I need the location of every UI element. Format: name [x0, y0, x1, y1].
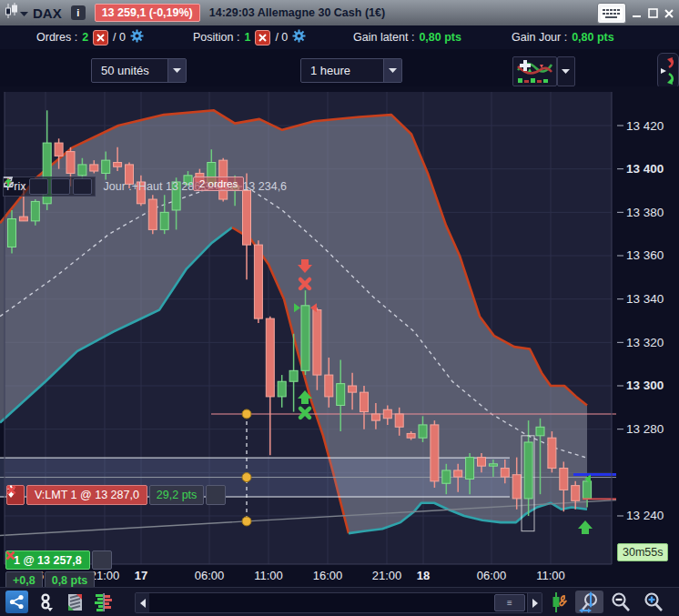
- chart-type-chevron-down-icon[interactable]: [557, 56, 575, 86]
- candle: [395, 414, 403, 427]
- timeframe-chevron-down-icon[interactable]: [383, 59, 401, 82]
- time-axis-label: 06:00: [195, 569, 225, 582]
- position-settings-gear-icon[interactable]: [292, 29, 306, 45]
- candle: [572, 486, 580, 501]
- buy-arrow-icon[interactable]: [73, 178, 92, 195]
- chart-settings-icon[interactable]: [547, 591, 570, 613]
- time-axis-label: 11:00: [254, 569, 283, 582]
- swap-direction-button[interactable]: [657, 53, 679, 89]
- units-value: 50 unités: [92, 64, 167, 77]
- zoom-box-icon[interactable]: [575, 591, 603, 613]
- gain-jour-value: 0,80 pts: [572, 31, 614, 44]
- price-axis-label: 13 240: [626, 509, 664, 522]
- link-tool-icon[interactable]: [35, 591, 57, 613]
- order-drag-handle[interactable]: [242, 473, 251, 482]
- candlestick-logo-icon: [5, 3, 19, 23]
- candle: [407, 433, 415, 438]
- timeframe-select[interactable]: 1 heure: [300, 58, 402, 83]
- symbol-dropdown-icon[interactable]: [19, 5, 29, 21]
- keyboard-icon[interactable]: [597, 3, 626, 24]
- close-button[interactable]: [663, 5, 675, 22]
- orders-zero: / 0: [113, 31, 126, 44]
- candle: [360, 392, 369, 411]
- candle: [478, 458, 486, 467]
- minimize-button[interactable]: [630, 5, 643, 22]
- scrollbar-track[interactable]: ≡: [149, 593, 527, 612]
- units-chevron-down-icon[interactable]: [167, 59, 186, 82]
- price-axis-label: 13 320: [626, 336, 664, 349]
- chart-type-button[interactable]: [512, 56, 557, 86]
- chart-type-icon: [516, 59, 553, 84]
- price-axis-label: 13 360: [626, 248, 664, 262]
- scroll-right-icon[interactable]: [527, 593, 542, 612]
- candle: [466, 458, 474, 480]
- trading-window: DAX i 13 259,1 (-0,19%) 14:29:03 Allemag…: [0, 0, 679, 616]
- position-label: Position :: [193, 31, 239, 44]
- scrollbar-handle[interactable]: ≡: [494, 594, 525, 611]
- bottom-toolbar: ≡: [0, 587, 679, 616]
- price-panel-header: Prix: [3, 177, 96, 197]
- sell-arrow-icon[interactable]: [51, 178, 70, 195]
- info-button[interactable]: i: [71, 5, 86, 20]
- candle: [266, 318, 274, 397]
- candle: [419, 425, 427, 438]
- position-label-badge[interactable]: 1 @ 13 257,8: [5, 550, 90, 570]
- gain-latent-value: 0,80 pts: [419, 31, 461, 44]
- order-book-icon[interactable]: [92, 591, 115, 613]
- candle: [278, 381, 286, 397]
- units-select[interactable]: 50 unités: [91, 58, 187, 83]
- position-zero: / 0: [275, 31, 288, 44]
- limit-order-label[interactable]: V:LMT 1 @ 13 287,0: [26, 485, 147, 505]
- timeframe-value: 1 heure: [301, 64, 383, 77]
- orders-settings-gear-icon[interactable]: [130, 29, 144, 45]
- time-axis-label: 06:00: [477, 569, 507, 582]
- price-axis-label: 13 420: [626, 119, 664, 133]
- price-axis-label: 13 400: [626, 162, 664, 176]
- chart-toolbar: 50 unités 1 heure: [0, 49, 679, 86]
- report-icon[interactable]: [64, 591, 86, 613]
- cancel-orders-icon[interactable]: [93, 30, 108, 45]
- session-info: 14:29:03 Allemagne 30 Cash (1€): [209, 6, 385, 19]
- price-axis-label: 13 340: [626, 292, 664, 306]
- candle: [583, 481, 592, 499]
- chart-canvas[interactable]: 13 42013 40013 38013 36013 34013 32013 3…: [0, 86, 679, 587]
- maximize-button[interactable]: [646, 5, 659, 22]
- candle: [442, 470, 451, 483]
- candle: [66, 152, 75, 174]
- price-badge: 13 259,1 (-0,19%): [95, 4, 200, 22]
- zoom-in-icon[interactable]: [642, 591, 664, 613]
- candle: [536, 427, 544, 436]
- position-row[interactable]: 1 @ 13 257,8: [5, 550, 112, 570]
- candle: [254, 245, 262, 318]
- candle: [313, 310, 321, 375]
- price-axis-label: 13 380: [626, 206, 664, 219]
- title-bar: DAX i 13 259,1 (-0,19%) 14:29:03 Allemag…: [0, 0, 679, 25]
- gain-latent-label: Gain latent :: [353, 31, 414, 44]
- candle: [19, 217, 27, 221]
- share-icon[interactable]: [5, 591, 28, 613]
- candle: [524, 442, 532, 499]
- scroll-left-icon[interactable]: [136, 593, 149, 612]
- time-scrollbar[interactable]: ≡: [135, 592, 542, 613]
- zoom-out-icon[interactable]: [609, 591, 632, 613]
- orders-count-badge[interactable]: 2 ordres: [193, 177, 244, 191]
- orders-status-bar: Ordres : 2 / 0 Position : 1 / 0 Gain lat…: [0, 25, 679, 49]
- candle: [383, 409, 391, 419]
- candle-countdown: 30m55s: [617, 543, 668, 561]
- cancel-limit-icon[interactable]: [206, 485, 226, 505]
- close-position-x-icon[interactable]: [92, 550, 112, 570]
- candle: [431, 425, 439, 481]
- order-drag-handle[interactable]: [242, 409, 251, 419]
- close-position-icon[interactable]: [255, 30, 270, 45]
- wrench-settings-icon[interactable]: [29, 178, 48, 195]
- limit-order-pts: 29,2 pts: [149, 485, 204, 505]
- candle: [78, 165, 86, 176]
- candle: [337, 384, 345, 406]
- limit-order-row[interactable]: V:LMT 1 @ 13 287,0 29,2 pts: [6, 485, 226, 505]
- time-axis-label: 18: [417, 569, 430, 582]
- time-axis-label: 17: [135, 569, 147, 582]
- candle: [243, 190, 251, 245]
- order-drag-handle[interactable]: [242, 517, 251, 526]
- time-axis-label: 21:00: [372, 569, 402, 582]
- price-chart[interactable]: 13 42013 40013 38013 36013 34013 32013 3…: [0, 86, 679, 587]
